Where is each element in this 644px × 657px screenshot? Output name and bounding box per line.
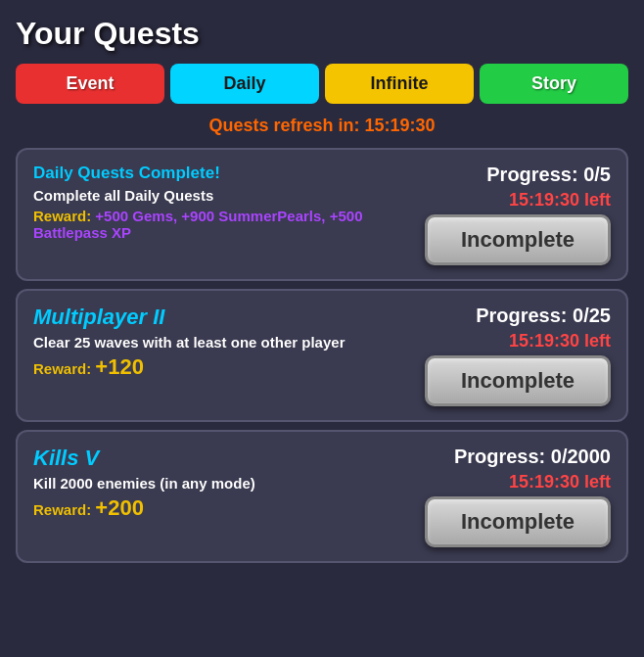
quest-reward-label-1: Reward:: [33, 208, 91, 224]
refresh-bar: Quests refresh in: 15:19:30: [16, 116, 628, 136]
quest-timer-1: 15:19:30 left: [509, 190, 611, 211]
quest-card-multiplayer: Multiplayer II Clear 25 waves with at le…: [16, 289, 628, 422]
quest-reward-label-2: Reward:: [33, 360, 91, 377]
quest-reward-text-3: +200: [95, 495, 144, 520]
quest-left-3: Kills V Kill 2000 enemies (in any mode) …: [33, 446, 405, 521]
quest-reward-label-3: Reward:: [33, 501, 91, 518]
quest-title-2: Multiplayer II: [33, 305, 405, 330]
quest-timer-3: 15:19:30 left: [509, 472, 611, 493]
quest-incomplete-btn-2[interactable]: Incomplete: [425, 355, 611, 406]
tab-story[interactable]: Story: [480, 64, 628, 104]
quest-right-3: Progress: 0/2000 15:19:30 left Incomplet…: [415, 446, 611, 547]
quest-progress-3: Progress: 0/2000: [454, 446, 611, 468]
quest-title-3: Kills V: [33, 446, 405, 471]
quest-desc-2: Clear 25 waves with at least one other p…: [33, 334, 366, 351]
quest-left-2: Multiplayer II Clear 25 waves with at le…: [33, 305, 405, 380]
tab-event[interactable]: Event: [16, 64, 164, 104]
refresh-timer: 15:19:30: [364, 116, 435, 135]
quest-reward-2: Reward: +120: [33, 354, 405, 380]
quest-incomplete-btn-1[interactable]: Incomplete: [425, 214, 611, 265]
quest-desc-3: Kill 2000 enemies (in any mode): [33, 475, 366, 492]
quest-right-1: Progress: 0/5 15:19:30 left Incomplete: [415, 164, 611, 265]
quests-list: Daily Quests Complete! Complete all Dail…: [16, 148, 628, 563]
page-container: Your Quests Event Daily Infinite Story Q…: [0, 0, 644, 657]
quest-reward-3: Reward: +200: [33, 495, 405, 521]
quest-header-3: Kills V Kill 2000 enemies (in any mode) …: [33, 446, 611, 547]
tab-infinite[interactable]: Infinite: [325, 64, 474, 104]
quest-progress-1: Progress: 0/5: [486, 164, 611, 186]
quest-card-daily-complete: Daily Quests Complete! Complete all Dail…: [16, 148, 628, 281]
quest-progress-2: Progress: 0/25: [476, 305, 611, 327]
page-title: Your Quests: [16, 16, 628, 52]
refresh-prefix: Quests refresh in:: [208, 116, 364, 135]
tab-bar: Event Daily Infinite Story: [16, 64, 628, 104]
quest-reward-1: Reward: +500 Gems, +900 SummerPearls, +5…: [33, 208, 405, 241]
quest-card-kills: Kills V Kill 2000 enemies (in any mode) …: [16, 430, 628, 563]
tab-daily[interactable]: Daily: [170, 64, 319, 104]
quest-title-1: Daily Quests Complete!: [33, 164, 405, 183]
quest-timer-2: 15:19:30 left: [509, 331, 611, 352]
quest-header-2: Multiplayer II Clear 25 waves with at le…: [33, 305, 611, 406]
quest-header-1: Daily Quests Complete! Complete all Dail…: [33, 164, 611, 265]
quest-left-1: Daily Quests Complete! Complete all Dail…: [33, 164, 405, 241]
quest-desc-1: Complete all Daily Quests: [33, 187, 366, 204]
quest-reward-text-2: +120: [95, 354, 144, 379]
quest-right-2: Progress: 0/25 15:19:30 left Incomplete: [415, 305, 611, 406]
quest-incomplete-btn-3[interactable]: Incomplete: [425, 496, 611, 547]
